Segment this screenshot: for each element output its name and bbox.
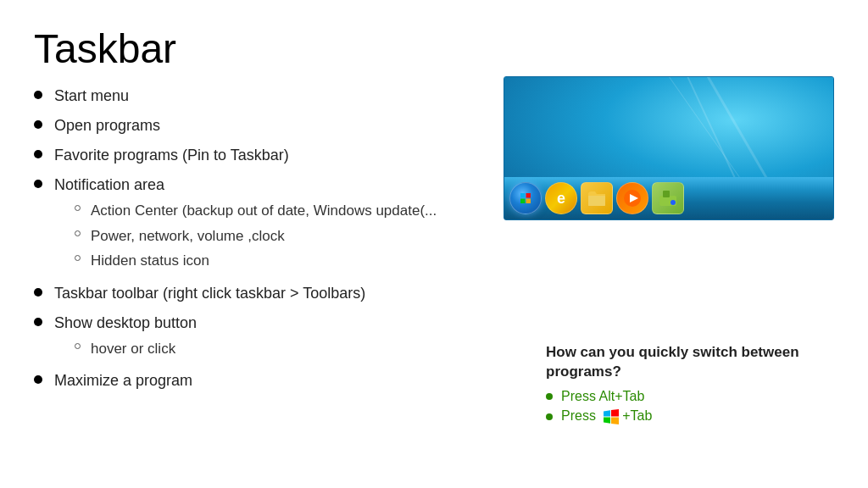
light-streak-3 [669,76,748,188]
sub-bullet-icon [75,230,81,236]
bullet-icon [34,375,42,384]
list-item-start-menu: Start menu [34,85,449,108]
item-label: Start menu [54,85,449,108]
start-button-icon [509,182,542,214]
sub-bullet-icon [75,205,81,211]
list-item-show-desktop: Show desktop button hover or click [34,312,449,363]
list-item-taskbar-toolbar: Taskbar toolbar (right click taskbar > T… [34,282,449,305]
sub-bullet-icon [75,255,81,261]
folder-icon [581,182,613,214]
green-bullet-icon [546,393,553,400]
sub-list-item-power-network: Power, network, volume ,clock [75,225,449,247]
slide: Taskbar Start menu Open programs Favorit… [0,0,868,488]
sub-item-label: Power, network, volume ,clock [91,225,285,247]
main-list: Start menu Open programs Favorite progra… [34,85,449,392]
bullet-icon [34,180,42,188]
quick-switch-list: Press Alt+Tab Press +Tab [546,389,826,424]
sub-list-item-hidden-status: Hidden status icon [75,250,449,272]
item-label: Show desktop button [54,314,197,331]
list-item-favorite-programs: Favorite programs (Pin to Taskbar) [34,144,449,167]
svg-point-5 [670,200,676,205]
sub-list-item-hover-click: hover or click [75,338,449,360]
sub-bullet-icon [75,343,81,349]
paint-icon [652,182,684,214]
list-item-maximize: Maximize a program [34,369,449,392]
sub-item-label: Action Center (backup out of date, Windo… [91,200,437,222]
windows-logo-inline [604,408,622,423]
svg-rect-4 [663,191,670,197]
right-panel: e [504,76,843,220]
page-title: Taskbar [34,25,834,72]
taskbar-bar: e [504,177,833,219]
quick-switch-question: How can you quickly switch between progr… [546,342,826,383]
item-label: Taskbar toolbar (right click taskbar > T… [54,282,449,305]
bullet-icon [34,91,42,99]
list-item-notification-area: Notification area Action Center (backup … [34,174,449,275]
green-bullet-icon [546,413,553,420]
item-content: Show desktop button hover or click [54,312,449,363]
bullet-icon [34,150,42,158]
sub-list: hover or click [75,338,449,360]
sub-item-label: hover or click [91,338,175,360]
qs-item-label: Press +Tab [561,408,652,424]
bullet-icon [34,288,42,297]
list-item-open-programs: Open programs [34,114,449,137]
qs-item-alt-tab: Press Alt+Tab [546,389,826,404]
left-panel: Start menu Open programs Favorite progra… [34,85,449,399]
item-label: Open programs [54,114,449,137]
bullet-icon [34,318,42,326]
sub-list-item-action-center: Action Center (backup out of date, Windo… [75,200,449,222]
item-content: Notification area Action Center (backup … [54,174,449,275]
item-label: Favorite programs (Pin to Taskbar) [54,144,449,167]
sub-list: Action Center (backup out of date, Windo… [75,200,449,272]
item-label: Maximize a program [54,369,449,392]
quick-switch-box: How can you quickly switch between progr… [529,334,843,437]
item-label: Notification area [54,176,164,193]
qs-item-label: Press Alt+Tab [561,389,644,404]
bullet-icon [34,120,42,129]
media-player-icon [616,182,648,214]
sub-item-label: Hidden status icon [91,250,209,272]
taskbar-screenshot: e [504,76,834,220]
qs-item-win-tab: Press +Tab [546,408,826,424]
internet-explorer-icon: e [545,182,577,214]
